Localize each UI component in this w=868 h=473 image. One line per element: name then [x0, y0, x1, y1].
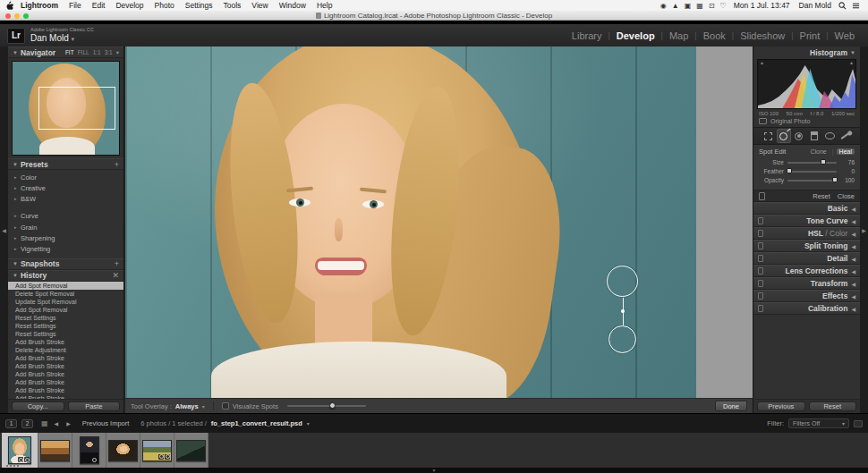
preset-curve[interactable]: ▸Curve: [8, 211, 123, 222]
heal-mode-button[interactable]: Heal: [837, 148, 855, 155]
thumb-badge-icon[interactable]: [18, 457, 23, 462]
thumb-rating-dots[interactable]: [6, 465, 19, 467]
panel-switch-icon[interactable]: [759, 192, 765, 200]
copy-button[interactable]: Copy...: [12, 401, 64, 411]
filmstrip-thumb-4[interactable]: [106, 433, 140, 468]
histogram-header[interactable]: Histogram ▼: [753, 46, 860, 58]
module-develop[interactable]: Develop: [610, 30, 661, 41]
thumb-meadow-mountains[interactable]: [142, 440, 172, 461]
thumb-portrait-woman-teal[interactable]: [8, 436, 31, 464]
menu-photo[interactable]: Photo: [149, 1, 180, 10]
section-expand-icon[interactable]: ◀: [851, 206, 855, 212]
source-label[interactable]: Previous Import: [82, 419, 130, 427]
grid-view-icon[interactable]: ▦: [41, 419, 48, 427]
menu-lightroom[interactable]: Lightroom: [15, 1, 64, 10]
window-titlebar[interactable]: Lightroom Catalog.lrcat - Adobe Photosho…: [0, 11, 868, 21]
section-detail[interactable]: Detail ◀: [753, 252, 860, 265]
bottom-panel-collapse[interactable]: ▼: [0, 468, 868, 473]
zoom-window-button[interactable]: [23, 13, 29, 19]
selected-filename[interactable]: fo_step1_convert_result.psd: [211, 419, 302, 427]
slider-thumb[interactable]: [821, 159, 826, 165]
spot-close-button[interactable]: Close: [838, 192, 855, 200]
history-item[interactable]: Add Brush Stroke: [8, 338, 123, 346]
section-switch-icon[interactable]: [758, 280, 763, 287]
shadow-clipping-icon[interactable]: ▲: [760, 61, 764, 65]
chevron-down-icon[interactable]: ▾: [116, 49, 119, 56]
spot-removal-source-circle[interactable]: [608, 325, 636, 353]
spot-reset-button[interactable]: Reset: [813, 192, 830, 200]
presets-header[interactable]: ▼ Presets +: [8, 158, 123, 170]
histogram[interactable]: ▲ ▲: [757, 59, 856, 109]
filmstrip-thumb-1-selected[interactable]: [2, 433, 38, 468]
develop-canvas[interactable]: [125, 46, 753, 398]
thumb-badge-icon[interactable]: [165, 454, 170, 460]
status-icon-4[interactable]: ▦: [694, 2, 706, 10]
section-tone-curve[interactable]: Tone Curve ◀: [753, 215, 860, 227]
next-photo-icon[interactable]: ▶: [64, 420, 72, 427]
section-switch-icon[interactable]: [758, 242, 763, 249]
status-icon-5[interactable]: ⊡: [706, 2, 718, 10]
section-calibration[interactable]: Calibration ◀: [753, 302, 860, 315]
clone-mode-button[interactable]: Clone: [807, 148, 829, 155]
thumb-dark-forest-road[interactable]: [176, 440, 206, 461]
section-expand-icon[interactable]: ◀: [851, 306, 855, 312]
red-eye-tool[interactable]: [793, 130, 805, 142]
zoom-ratio-button[interactable]: 3:1: [105, 49, 113, 56]
module-web[interactable]: Web: [829, 30, 861, 41]
section-switch-icon[interactable]: [758, 230, 763, 237]
preset-creative[interactable]: ▸Creative: [8, 183, 123, 194]
paste-button[interactable]: Paste: [68, 401, 121, 411]
notification-center-icon[interactable]: [852, 2, 860, 10]
status-icon-1[interactable]: ◉: [658, 2, 669, 10]
section-lens-corrections[interactable]: Lens Corrections ◀: [753, 265, 860, 277]
chevron-down-icon[interactable]: ▾: [307, 420, 310, 427]
preset-color[interactable]: ▸Color: [8, 173, 123, 183]
filter-toggle[interactable]: [854, 420, 863, 427]
menubar-user[interactable]: Dan Mold: [795, 1, 836, 10]
menu-edit[interactable]: Edit: [87, 1, 111, 10]
add-preset-icon[interactable]: +: [115, 160, 119, 169]
module-library[interactable]: Library: [566, 30, 608, 41]
spot-removal-tool[interactable]: [778, 130, 790, 142]
section-basic[interactable]: Basic ◀: [753, 202, 860, 215]
section-switch-icon[interactable]: [758, 217, 763, 224]
section-switch-icon[interactable]: [758, 292, 763, 300]
section-switch-icon[interactable]: [758, 255, 763, 262]
history-item[interactable]: Add Brush Stroke: [8, 370, 123, 378]
preset-grain[interactable]: ▸Grain: [8, 223, 123, 233]
section-switch-icon[interactable]: [758, 305, 763, 312]
thumb-badge-icon[interactable]: [24, 457, 30, 462]
add-snapshot-icon[interactable]: +: [115, 259, 119, 268]
history-item[interactable]: Delete Spot Removal: [8, 290, 123, 298]
section-expand-icon[interactable]: ◀: [851, 268, 855, 275]
menu-tools[interactable]: Tools: [218, 1, 247, 10]
snapshots-header[interactable]: ▼ Snapshots +: [8, 258, 123, 270]
history-item[interactable]: Add Brush Stroke: [8, 362, 123, 370]
history-item[interactable]: Update Spot Removal: [8, 298, 123, 306]
history-item[interactable]: Add Spot Removal: [8, 282, 123, 290]
status-icon-6[interactable]: ♡: [718, 2, 729, 10]
preset-vignetting[interactable]: ▸Vignetting: [8, 244, 123, 255]
menu-help[interactable]: Help: [311, 1, 337, 10]
main-window-button[interactable]: 1: [5, 419, 17, 428]
navigator-header[interactable]: ▼ Navigator FIT FILL 1:1 3:1 ▾: [8, 46, 123, 58]
module-print[interactable]: Print: [794, 30, 827, 41]
history-item[interactable]: Add Brush Stroke: [8, 354, 123, 362]
section-expand-icon[interactable]: ◀: [851, 243, 855, 249]
filmstrip-thumb-6[interactable]: [174, 433, 208, 468]
navigator-view-rectangle[interactable]: [38, 87, 116, 130]
slider-thumb[interactable]: [832, 177, 838, 182]
photo-blonde-woman-teal[interactable]: [125, 46, 696, 398]
previous-button[interactable]: Previous: [757, 401, 805, 411]
feather-value[interactable]: 0: [840, 168, 855, 174]
status-icon-2[interactable]: ▲: [669, 2, 682, 10]
close-window-button[interactable]: [5, 13, 11, 19]
original-photo-row[interactable]: Original Photo: [753, 116, 860, 127]
graduated-filter-tool[interactable]: [808, 130, 821, 142]
module-slideshow[interactable]: Slideshow: [734, 30, 791, 41]
crop-overlay-tool[interactable]: [762, 130, 775, 142]
identity-plate[interactable]: Adobe Lightroom Classic CC Dan Mold ▾: [30, 28, 94, 43]
reset-button[interactable]: Reset: [809, 401, 857, 411]
history-item[interactable]: Add Brush Stroke: [8, 378, 123, 386]
history-item[interactable]: Reset Settings: [8, 314, 123, 322]
